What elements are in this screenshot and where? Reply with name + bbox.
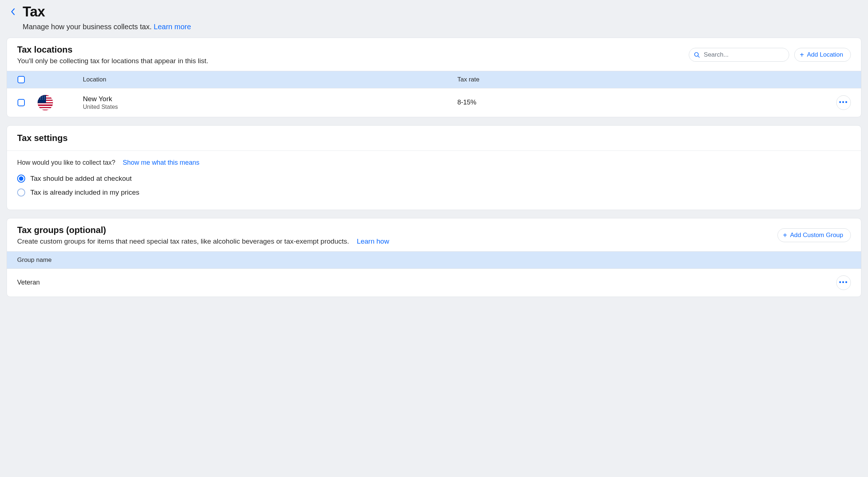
back-button[interactable] (8, 7, 18, 17)
locations-table-head: Location Tax rate (7, 71, 861, 88)
tax-locations-card: Tax locations You'll only be collecting … (7, 38, 861, 117)
groups-table-head: Group name (7, 251, 861, 269)
col-location: Location (83, 76, 457, 83)
table-row: Veteran ••• (7, 269, 861, 297)
tax-groups-card: Tax groups (optional) Create custom grou… (7, 218, 861, 297)
group-name: Veteran (17, 279, 40, 286)
row-checkbox[interactable] (18, 99, 25, 106)
radio-added[interactable] (17, 175, 25, 183)
col-group-name: Group name (17, 256, 52, 264)
show-me-link[interactable]: Show me what this means (123, 159, 199, 166)
tax-groups-subtitle: Create custom groups for items that need… (17, 237, 349, 245)
settings-question: How would you like to collect tax? (17, 159, 115, 166)
page-title: Tax (23, 4, 191, 20)
table-row: • • • • • • • • • • • • New York United … (7, 88, 861, 117)
row-more-button[interactable]: ••• (836, 95, 851, 110)
tax-groups-title: Tax groups (optional) (17, 225, 389, 235)
add-custom-group-label: Add Custom Group (790, 232, 843, 239)
location-country: United States (83, 104, 457, 110)
select-all-checkbox[interactable] (18, 76, 25, 83)
tax-locations-title: Tax locations (17, 45, 208, 55)
radio-added-label: Tax should be added at checkout (30, 175, 132, 183)
tax-locations-subtitle: You'll only be collecting tax for locati… (17, 57, 208, 65)
plus-icon: + (800, 51, 804, 58)
add-location-button[interactable]: + Add Location (794, 48, 851, 62)
more-dots-icon: ••• (839, 99, 848, 106)
search-icon (694, 52, 700, 58)
more-dots-icon: ••• (839, 279, 848, 286)
us-flag-icon: • • • • • • • • • • • • (38, 95, 53, 110)
location-name: New York (83, 95, 457, 103)
learn-how-link[interactable]: Learn how (357, 237, 389, 245)
location-rate: 8-15% (457, 99, 832, 106)
search-input[interactable] (689, 48, 789, 62)
learn-more-link[interactable]: Learn more (154, 23, 191, 31)
page-subtitle-text: Manage how your business collects tax. (23, 23, 152, 31)
chevron-left-icon (11, 8, 15, 15)
radio-included[interactable] (17, 188, 25, 196)
add-custom-group-button[interactable]: + Add Custom Group (777, 228, 851, 242)
svg-line-1 (698, 56, 699, 57)
row-more-button[interactable]: ••• (836, 275, 851, 290)
tax-settings-card: Tax settings How would you like to colle… (7, 125, 861, 210)
plus-icon: + (783, 232, 787, 239)
tax-settings-title: Tax settings (17, 133, 851, 143)
col-rate: Tax rate (457, 76, 832, 83)
radio-included-label: Tax is already included in my prices (30, 188, 139, 196)
add-location-label: Add Location (807, 51, 843, 58)
page-subtitle: Manage how your business collects tax. L… (23, 23, 191, 31)
